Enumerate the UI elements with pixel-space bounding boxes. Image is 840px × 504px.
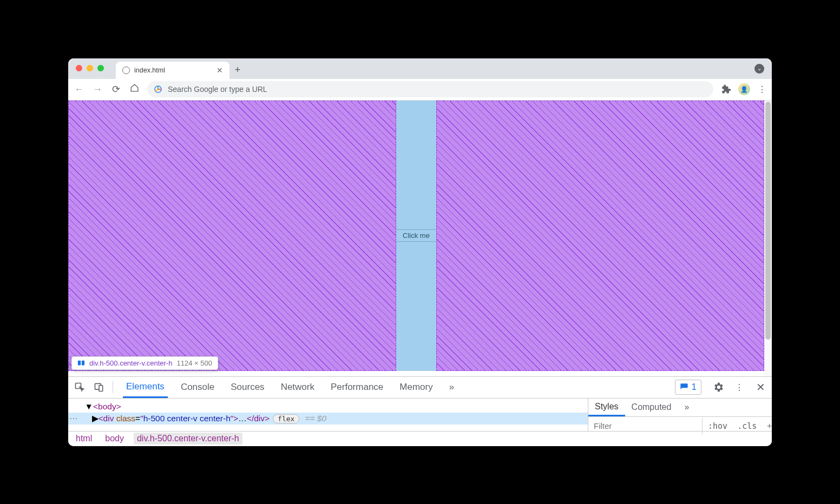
tooltip-dimensions: 1124 × 500 bbox=[176, 359, 212, 367]
tab-memory[interactable]: Memory bbox=[396, 377, 436, 397]
click-me-label: Click me bbox=[403, 231, 430, 240]
home-button[interactable] bbox=[129, 83, 140, 95]
tab-sources[interactable]: Sources bbox=[227, 377, 267, 397]
computed-tab[interactable]: Computed bbox=[625, 399, 678, 415]
flex-free-space-left bbox=[68, 101, 396, 371]
flex-overlay: Click me bbox=[68, 101, 764, 371]
toolbar: ← → ⟳ Search Google or type a URL 👤 ⋮ bbox=[68, 79, 772, 101]
dom-div-class: h-500 center-v center-h bbox=[143, 414, 231, 423]
tab-console[interactable]: Console bbox=[178, 377, 218, 397]
flex-badge-icon bbox=[77, 359, 85, 367]
devtools-tabstrip: Elements Console Sources Network Perform… bbox=[68, 377, 772, 399]
flex-free-space-right bbox=[436, 101, 764, 371]
element-tooltip: div.h-500.center-v.center-h 1124 × 500 bbox=[71, 356, 218, 370]
svg-rect-1 bbox=[78, 361, 81, 366]
hov-button[interactable]: :hov bbox=[702, 418, 733, 434]
devtools-body: ▼<body> ⋯ ▶<div class="h-500 center-v ce… bbox=[68, 399, 772, 431]
chrome-menu-button[interactable]: ⋮ bbox=[758, 84, 766, 95]
svg-rect-5 bbox=[99, 386, 103, 392]
omnibox[interactable]: Search Google or type a URL bbox=[147, 81, 713, 97]
styles-tab[interactable]: Styles bbox=[588, 399, 625, 416]
scrollbar-thumb[interactable] bbox=[765, 102, 771, 340]
flex-badge[interactable]: flex bbox=[273, 414, 299, 423]
tab-title: index.html bbox=[134, 67, 165, 74]
forward-button[interactable]: → bbox=[92, 84, 103, 95]
new-style-rule-button[interactable]: ＋ bbox=[761, 421, 772, 431]
devtools: Elements Console Sources Network Perform… bbox=[68, 376, 772, 446]
tab-network[interactable]: Network bbox=[278, 377, 318, 397]
dom-selected-line[interactable]: ⋯ ▶<div class="h-500 center-v center-h">… bbox=[68, 413, 588, 425]
tab-elements[interactable]: Elements bbox=[123, 377, 168, 398]
page-viewport: Click me div.h-500.center-v.center-h 112… bbox=[68, 101, 772, 376]
globe-icon bbox=[122, 67, 130, 74]
omnibox-placeholder: Search Google or type a URL bbox=[168, 85, 267, 94]
flex-item-column: Click me bbox=[396, 101, 436, 371]
device-toolbar-button[interactable] bbox=[93, 381, 105, 393]
click-me-button[interactable]: Click me bbox=[396, 229, 436, 242]
dom-div-tag: div bbox=[103, 414, 114, 423]
minimize-window-button[interactable] bbox=[87, 65, 93, 71]
issues-count: 1 bbox=[692, 382, 697, 393]
close-tab-button[interactable]: ✕ bbox=[216, 66, 223, 75]
titlebar: index.html ✕ + ⌄ bbox=[68, 58, 772, 79]
page-scrollbar[interactable] bbox=[764, 101, 772, 376]
back-button[interactable]: ← bbox=[74, 84, 84, 95]
chrome-window: index.html ✕ + ⌄ ← → ⟳ Search Google or … bbox=[68, 58, 772, 446]
new-tab-button[interactable]: + bbox=[229, 62, 246, 79]
flex-free-space-bottom bbox=[396, 242, 436, 371]
extensions-button[interactable] bbox=[721, 84, 731, 94]
maximize-window-button[interactable] bbox=[97, 65, 104, 71]
devtools-settings-button[interactable] bbox=[712, 381, 724, 393]
cls-button[interactable]: .cls bbox=[733, 421, 761, 431]
tab-overflow[interactable]: » bbox=[446, 377, 457, 397]
dom-body-line[interactable]: ▼<body> bbox=[68, 401, 588, 413]
styles-overflow[interactable]: » bbox=[678, 399, 695, 415]
devtools-right-tools: 1 ⋮ ✕ bbox=[675, 380, 766, 395]
issues-button[interactable]: 1 bbox=[675, 380, 701, 395]
breadcrumb-body[interactable]: body bbox=[102, 433, 127, 445]
devtools-left-tools bbox=[74, 381, 113, 393]
profile-avatar[interactable]: 👤 bbox=[738, 83, 750, 95]
inspect-element-button[interactable] bbox=[74, 381, 86, 393]
browser-tab[interactable]: index.html ✕ bbox=[116, 62, 229, 79]
devtools-menu-button[interactable]: ⋮ bbox=[735, 382, 744, 393]
tab-performance[interactable]: Performance bbox=[327, 377, 386, 397]
dom-tree[interactable]: ▼<body> ⋯ ▶<div class="h-500 center-v ce… bbox=[68, 399, 588, 431]
breadcrumb-html[interactable]: html bbox=[73, 433, 95, 445]
close-window-button[interactable] bbox=[76, 65, 82, 71]
styles-toolbar: :hov .cls ＋ bbox=[588, 417, 772, 435]
svg-rect-2 bbox=[82, 361, 84, 366]
eq-dollar-zero: == $0 bbox=[305, 414, 326, 423]
google-icon bbox=[154, 85, 162, 94]
flex-free-space-top bbox=[396, 101, 436, 230]
tab-overflow-button[interactable]: ⌄ bbox=[754, 64, 764, 74]
styles-pane: Styles Computed » :hov .cls ＋ bbox=[588, 399, 772, 431]
window-controls bbox=[76, 65, 104, 71]
tooltip-selector: div.h-500.center-v.center-h bbox=[89, 359, 172, 367]
styles-tabs: Styles Computed » bbox=[588, 399, 772, 417]
breadcrumb-div[interactable]: div.h-500.center-v.center-h bbox=[134, 433, 242, 445]
reload-button[interactable]: ⟳ bbox=[110, 83, 121, 95]
devtools-close-button[interactable]: ✕ bbox=[754, 381, 766, 393]
styles-filter-input[interactable] bbox=[588, 421, 702, 430]
